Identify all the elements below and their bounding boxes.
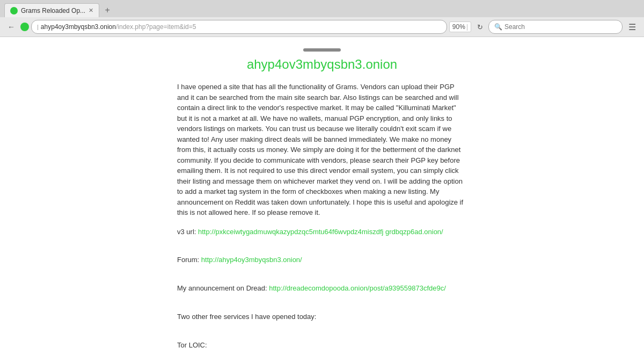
search-input[interactable]: [504, 23, 617, 31]
site-title: ahyp4ov3mbyqsbn3.onion: [177, 57, 467, 72]
browser-chrome: Grams Reloaded Op... ✕ + ← | ahyp4oy3mby…: [0, 0, 644, 37]
search-icon: 🔍: [494, 23, 502, 31]
back-button[interactable]: ←: [4, 20, 18, 34]
body-paragraph: I have opened a site that has all the fu…: [177, 82, 467, 218]
zoom-control[interactable]: 90% |: [449, 21, 471, 32]
forum-url-block: Forum: http://ahyp4oy3mbyqsbn3.onion/: [177, 255, 467, 266]
browser-tab[interactable]: Grams Reloaded Op... ✕: [4, 3, 99, 17]
address-bar[interactable]: | ahyp4oy3mbyqsbn3.onion/index.php?page=…: [31, 20, 447, 34]
zoom-level: 90%: [452, 23, 465, 31]
tor-loic-label: Tor LOIC:: [177, 340, 467, 348]
browser-search-bar[interactable]: 🔍: [488, 20, 623, 34]
zoom-divider: |: [466, 23, 468, 31]
scrollbar-handle: [303, 48, 341, 52]
dread-label: My announcement on Dread:: [177, 284, 269, 292]
other-services-label: Two other free services I have opened to…: [177, 311, 467, 323]
menu-button[interactable]: ☰: [625, 19, 640, 34]
address-url: ahyp4oy3mbyqsbn3.onion/index.php?page=it…: [41, 23, 196, 31]
lock-icon: |: [37, 24, 39, 30]
page-content: ahyp4ov3mbyqsbn3.onion I have opened a s…: [0, 37, 644, 348]
new-tab-button[interactable]: +: [100, 3, 114, 17]
dread-block: My announcement on Dread: http://dreadec…: [177, 283, 467, 294]
forum-label: Forum:: [177, 256, 201, 264]
v3-url-label: v3 url:: [177, 228, 198, 236]
tor-loic-block: Tor LOIC: http://fzg444xngt5tob5p43cdnlu…: [177, 340, 467, 348]
tab-favicon: [10, 7, 18, 15]
content-wrapper: ahyp4ov3mbyqsbn3.onion I have opened a s…: [166, 37, 478, 348]
nav-bar: ← | ahyp4oy3mbyqsbn3.onion/index.php?pag…: [0, 17, 644, 37]
reload-button[interactable]: ↻: [473, 20, 486, 33]
url-path: /index.php?page=item&id=5: [116, 23, 196, 31]
v3-url-link[interactable]: http://pxkceiwtygadmuwqkazypdzqc5mtu64f6…: [198, 228, 443, 236]
v3-url-block: v3 url: http://pxkceiwtygadmuwqkazypdzqc…: [177, 227, 467, 238]
url-base: ahyp4oy3mbyqsbn3.onion: [41, 23, 116, 31]
tab-title: Grams Reloaded Op...: [21, 7, 85, 15]
dread-url-link[interactable]: http://dreadecomdopooda.onion/post/a9395…: [269, 284, 446, 292]
forum-url-link[interactable]: http://ahyp4oy3mbyqsbn3.onion/: [201, 256, 302, 264]
tab-close-button[interactable]: ✕: [89, 7, 93, 14]
tab-bar: Grams Reloaded Op... ✕ +: [0, 0, 644, 17]
site-favicon: [20, 23, 29, 31]
